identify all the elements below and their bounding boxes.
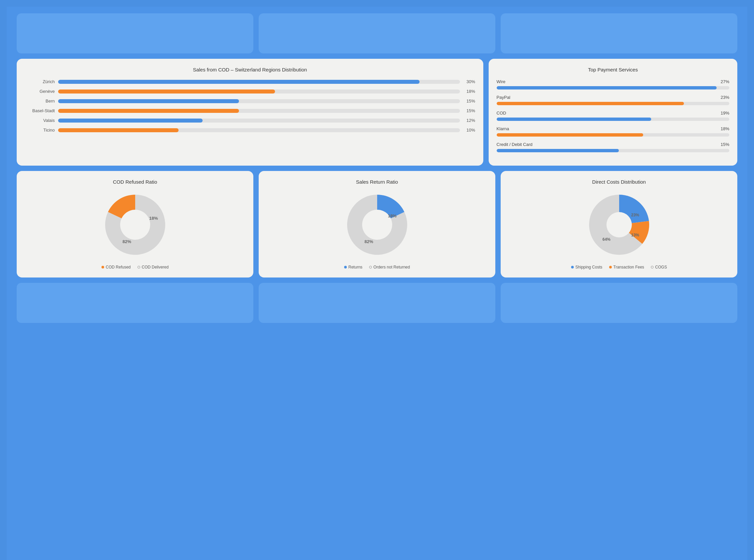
bar-label: Basel-Stadt (25, 108, 55, 113)
cogs-label: 64% (602, 237, 610, 242)
legend-dot-blue-returns (344, 266, 347, 268)
direct-costs-pie-container: 23% 13% 64% (509, 191, 729, 258)
bottom-tile-3 (501, 283, 737, 323)
top-payments-title: Top Payment Services (497, 67, 729, 73)
payment-fill (497, 149, 619, 152)
bar-label: Ticino (25, 127, 55, 133)
transaction-label: 13% (631, 233, 639, 237)
legend-label-delivered: COD Delivered (142, 265, 169, 269)
payment-name: COD (497, 111, 506, 116)
sales-return-title: Sales Return Ratio (267, 179, 487, 185)
payment-fill (497, 86, 717, 89)
sales-return-pie-container: 18% 82% (267, 191, 487, 258)
bar-row-baselstadt: Basel-Stadt 15% (25, 108, 475, 113)
cod-refused-pie: 18% 82% (102, 191, 168, 258)
bar-pct: 15% (463, 99, 475, 103)
cod-refused-title: COD Refused Ratio (25, 179, 245, 185)
payment-row-paypal: PayPal 23% (497, 95, 729, 105)
legend-cod-refused: COD Refused (101, 265, 131, 269)
top-tile-1 (17, 13, 253, 54)
legend-dot-blue-shipping (571, 266, 574, 268)
payment-track (497, 102, 729, 105)
sales-return-pie: 18% 82% (344, 191, 410, 258)
legend-dot-gray (138, 266, 140, 268)
sales-cod-card: Sales from COD – Switzerland Regions Dis… (17, 59, 483, 166)
bar-fill (58, 109, 239, 113)
bar-label: Bern (25, 99, 55, 103)
returns-label: 18% (388, 213, 396, 218)
bar-row-ticino: Ticino 10% (25, 127, 475, 133)
row-1: Sales from COD – Switzerland Regions Dis… (17, 59, 737, 166)
cod-refused-label: 18% (149, 216, 158, 221)
svg-point-2 (607, 212, 632, 237)
legend-label-returns: Returns (348, 265, 363, 269)
legend-label-not-returned: Orders not Returned (373, 265, 410, 269)
bar-row-bern: Bern 15% (25, 99, 475, 103)
legend-dot-gray-returns (369, 266, 372, 268)
bar-track (58, 80, 460, 84)
shipping-label: 23% (631, 213, 639, 217)
bar-track (58, 119, 460, 123)
payment-name: Credit / Debit Card (497, 142, 533, 147)
sales-cod-bars: Zürich 30% Genève 18% Bern 15% Basel-Sta… (25, 79, 475, 133)
bar-fill (58, 119, 203, 123)
bar-track (58, 89, 460, 94)
payment-track (497, 86, 729, 89)
legend-dot-orange (101, 266, 104, 268)
bar-label: Valais (25, 118, 55, 123)
payment-pct: 23% (721, 95, 729, 100)
bar-row-genve: Genève 18% (25, 89, 475, 94)
payment-pct: 18% (721, 126, 729, 131)
bar-row-zrich: Zürich 30% (25, 79, 475, 84)
svg-point-0 (120, 210, 150, 240)
bar-pct: 18% (463, 89, 475, 94)
payment-fill (497, 102, 684, 105)
legend-not-returned: Orders not Returned (369, 265, 410, 269)
main-content: Sales from COD – Switzerland Regions Dis… (17, 59, 737, 278)
bar-label: Genève (25, 89, 55, 94)
payment-header: Wire 27% (497, 79, 729, 84)
payment-bars: Wire 27% PayPal 23% COD 19% Klarna 18% (497, 79, 729, 152)
bottom-tile-2 (259, 283, 495, 323)
top-tiles-row (17, 13, 737, 54)
top-tile-2 (259, 13, 495, 54)
payment-track (497, 149, 729, 152)
bar-track (58, 99, 460, 103)
direct-costs-card: Direct Costs Distribution 23% 13% 64% (501, 171, 737, 278)
bottom-tile-1 (17, 283, 253, 323)
bar-fill (58, 128, 179, 132)
bar-pct: 15% (463, 108, 475, 113)
payment-header: COD 19% (497, 111, 729, 116)
direct-costs-pie: 23% 13% 64% (586, 191, 653, 258)
bar-fill (58, 89, 275, 94)
bar-fill (58, 99, 239, 103)
payment-fill (497, 118, 652, 121)
direct-costs-legend: Shipping Costs Transaction Fees COGS (509, 265, 729, 269)
payment-row-wire: Wire 27% (497, 79, 729, 89)
bar-track (58, 128, 460, 132)
payment-name: PayPal (497, 95, 510, 100)
legend-dot-gray-cogs (651, 266, 654, 268)
payment-pct: 19% (721, 111, 729, 116)
top-tile-3 (501, 13, 737, 54)
legend-shipping: Shipping Costs (571, 265, 603, 269)
direct-costs-title: Direct Costs Distribution (509, 179, 729, 185)
legend-dot-orange-transaction (609, 266, 612, 268)
payment-fill (497, 133, 643, 137)
bar-label: Zürich (25, 79, 55, 84)
sales-return-legend: Returns Orders not Returned (267, 265, 487, 269)
bar-pct: 10% (463, 127, 475, 133)
legend-label-transaction: Transaction Fees (613, 265, 644, 269)
legend-transaction: Transaction Fees (609, 265, 644, 269)
payment-header: Klarna 18% (497, 126, 729, 131)
payment-header: Credit / Debit Card 15% (497, 142, 729, 147)
row-2: COD Refused Ratio (17, 171, 737, 278)
payment-row-cod: COD 19% (497, 111, 729, 121)
bottom-tiles-row (17, 283, 737, 323)
sales-cod-title: Sales from COD – Switzerland Regions Dis… (25, 67, 475, 73)
bar-track (58, 109, 460, 113)
cod-refused-pie-container: 18% 82% (25, 191, 245, 258)
legend-cogs: COGS (651, 265, 667, 269)
bar-fill (58, 80, 420, 84)
bar-row-valais: Valais 12% (25, 118, 475, 123)
